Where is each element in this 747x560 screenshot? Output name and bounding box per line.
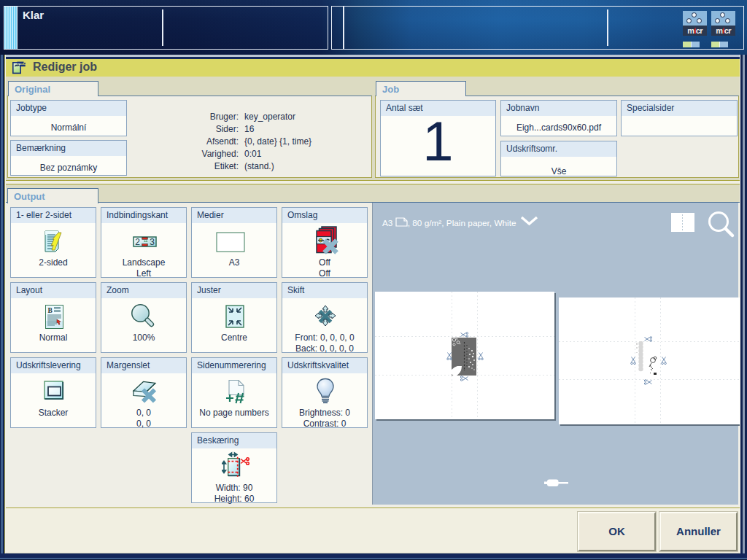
svg-text:B: B	[48, 307, 53, 314]
svg-text:2: 2	[135, 237, 140, 247]
svg-text:3: 3	[150, 237, 155, 247]
